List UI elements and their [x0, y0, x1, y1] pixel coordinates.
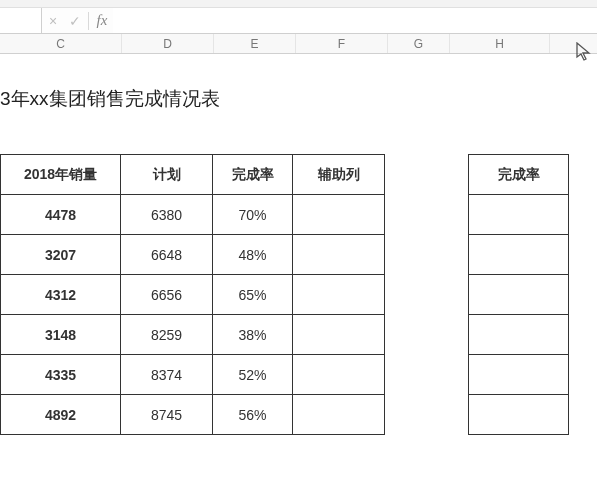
table-row: 4478638070%: [1, 195, 385, 235]
cell-rate[interactable]: 56%: [213, 395, 293, 435]
page-title: 3年xx集团销售完成情况表: [0, 86, 220, 112]
cell-sales[interactable]: 4335: [1, 355, 121, 395]
side-cell[interactable]: [469, 275, 569, 315]
cell-sales[interactable]: 4892: [1, 395, 121, 435]
side-cell[interactable]: [469, 235, 569, 275]
cell-plan[interactable]: 6648: [121, 235, 213, 275]
formula-bar-buttons: × ✓ fx: [42, 8, 113, 33]
divider: [88, 12, 89, 30]
cell-aux[interactable]: [293, 315, 385, 355]
cell-rate[interactable]: 52%: [213, 355, 293, 395]
cell-rate[interactable]: 48%: [213, 235, 293, 275]
cell-plan[interactable]: 8745: [121, 395, 213, 435]
table-row: [469, 195, 569, 235]
table-row: 3148825938%: [1, 315, 385, 355]
side-cell[interactable]: [469, 355, 569, 395]
th-sales-year[interactable]: 2018年销量: [1, 155, 121, 195]
cell-sales[interactable]: 3207: [1, 235, 121, 275]
col-header-h[interactable]: H: [450, 34, 550, 53]
enter-icon[interactable]: ✓: [64, 8, 86, 33]
side-cell[interactable]: [469, 195, 569, 235]
side-table: 完成率: [468, 154, 569, 435]
th-rate[interactable]: 完成率: [213, 155, 293, 195]
cell-sales[interactable]: 4478: [1, 195, 121, 235]
cell-aux[interactable]: [293, 275, 385, 315]
cell-plan[interactable]: 6380: [121, 195, 213, 235]
formula-bar: × ✓ fx: [0, 8, 597, 34]
table-header-row: 2018年销量 计划 完成率 辅助列: [1, 155, 385, 195]
ribbon-sliver: [0, 0, 597, 8]
cell-sales[interactable]: 3148: [1, 315, 121, 355]
cell-rate[interactable]: 70%: [213, 195, 293, 235]
table-row: [469, 315, 569, 355]
table-row: 3207664848%: [1, 235, 385, 275]
cell-aux[interactable]: [293, 395, 385, 435]
cell-plan[interactable]: 6656: [121, 275, 213, 315]
side-th-rate[interactable]: 完成率: [469, 155, 569, 195]
col-header-c[interactable]: C: [0, 34, 122, 53]
cell-rate[interactable]: 65%: [213, 275, 293, 315]
column-headers: C D E F G H: [0, 34, 597, 54]
col-header-d[interactable]: D: [122, 34, 214, 53]
cancel-icon[interactable]: ×: [42, 8, 64, 33]
cell-aux[interactable]: [293, 235, 385, 275]
table-row: 4335837452%: [1, 355, 385, 395]
side-cell[interactable]: [469, 315, 569, 355]
cell-aux[interactable]: [293, 195, 385, 235]
cell-sales[interactable]: 4312: [1, 275, 121, 315]
cell-plan[interactable]: 8374: [121, 355, 213, 395]
th-aux[interactable]: 辅助列: [293, 155, 385, 195]
table-row: [469, 235, 569, 275]
th-plan[interactable]: 计划: [121, 155, 213, 195]
table-row: 4312665665%: [1, 275, 385, 315]
table-row: [469, 395, 569, 435]
name-box[interactable]: [0, 8, 42, 33]
formula-input[interactable]: [113, 8, 597, 33]
sheet-area[interactable]: 3年xx集团销售完成情况表 2018年销量 计划 完成率 辅助列 4478638…: [0, 54, 597, 501]
col-header-f[interactable]: F: [296, 34, 388, 53]
fx-icon[interactable]: fx: [91, 8, 113, 33]
col-header-g[interactable]: G: [388, 34, 450, 53]
table-row: [469, 355, 569, 395]
cell-aux[interactable]: [293, 355, 385, 395]
table-row: 4892874556%: [1, 395, 385, 435]
cell-plan[interactable]: 8259: [121, 315, 213, 355]
table-row: [469, 275, 569, 315]
main-table: 2018年销量 计划 完成率 辅助列 4478638070%3207664848…: [0, 154, 385, 435]
side-cell[interactable]: [469, 395, 569, 435]
col-header-e[interactable]: E: [214, 34, 296, 53]
cell-rate[interactable]: 38%: [213, 315, 293, 355]
